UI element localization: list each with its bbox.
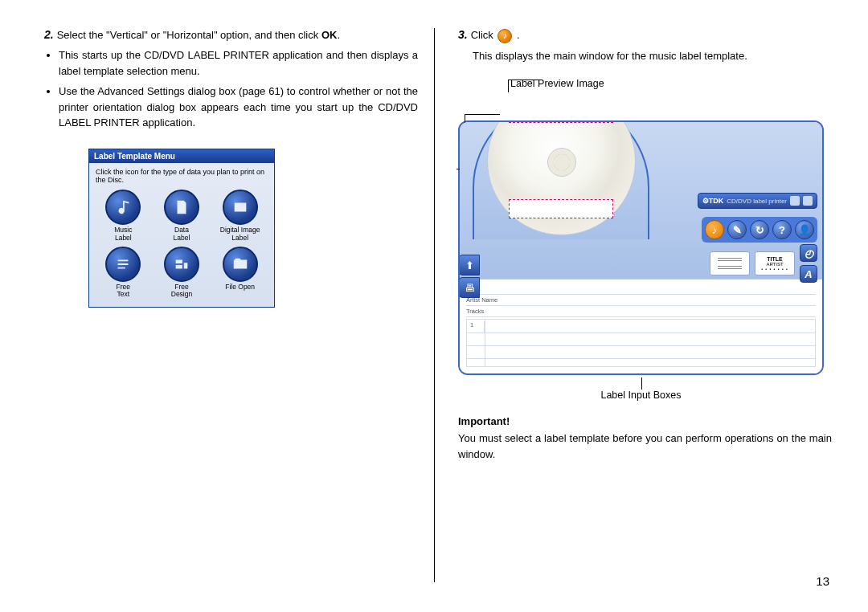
label-input-area: Title Artist Name Tracks 1 <box>460 279 822 373</box>
music-icon <box>105 190 141 225</box>
folder-icon <box>223 247 258 282</box>
refresh-tool-button[interactable]: ↻ <box>750 220 769 239</box>
main-toolbar: ♪ ✎ ↻ ? 👤 <box>702 217 817 243</box>
right-column: 3. Click . This displays the main window… <box>458 28 832 462</box>
dialog-titlebar: Label Template Menu <box>89 149 274 163</box>
app-top-area: ⚙TDK CD/DVD label printer ♪ ✎ ↻ ? 👤 ⬆ 🖶 <box>460 122 822 279</box>
close-button[interactable] <box>803 196 813 206</box>
dialog-icon-grid: MusicLabel DataLabel Digital ImageLabel … <box>96 190 268 298</box>
data-icon <box>164 190 199 225</box>
text-style-button[interactable]: A <box>800 265 817 283</box>
help-tool-button[interactable]: ? <box>772 220 792 239</box>
dialog-instruction: Click the icon for the type of data you … <box>96 168 268 186</box>
callout-preview-image: Label Preview Image <box>510 78 832 89</box>
app-window: ⚙TDK CD/DVD label printer ♪ ✎ ↻ ? 👤 ⬆ 🖶 <box>458 92 824 401</box>
step-text: Click . <box>471 28 832 43</box>
column-divider <box>434 28 435 582</box>
step-3: 3. Click . <box>458 28 832 43</box>
step-text: Select the "Vertical" or "Horizontal" op… <box>57 28 418 43</box>
icon-data-label[interactable]: DataLabel <box>154 190 210 242</box>
bullet-1: This starts up the CD/DVD LABEL PRINTER … <box>59 47 418 79</box>
icon-music-label[interactable]: MusicLabel <box>96 190 151 242</box>
callout-leader <box>508 80 540 92</box>
side-buttons: ⬆ 🖶 <box>459 255 480 298</box>
disc-area <box>473 120 649 239</box>
icon-digital-image-label[interactable]: Digital ImageLabel <box>212 190 268 242</box>
label-template-dialog: Label Template Menu Click the icon for t… <box>88 149 275 308</box>
icon-file-open[interactable]: File Open <box>212 247 268 299</box>
step-2: 2. Select the "Vertical" or "Horizontal"… <box>44 28 418 43</box>
step-3-desc: This displays the main window for the mu… <box>473 48 832 64</box>
layout-preview-2[interactable]: TITLE ARTIST • • • • • • • <box>755 251 795 275</box>
print-button[interactable]: 🖶 <box>459 277 480 298</box>
important-note: Important! You must select a label templ… <box>458 415 832 462</box>
tracks-field-label: Tracks <box>466 306 816 317</box>
icon-free-text[interactable]: FreeText <box>96 247 151 299</box>
music-label-icon <box>497 29 512 43</box>
callout-input-boxes: Label Input Boxes <box>458 390 824 401</box>
layout-preview-1[interactable] <box>710 251 750 275</box>
app-frame: ⚙TDK CD/DVD label printer ♪ ✎ ↻ ? 👤 ⬆ 🖶 <box>458 120 824 375</box>
minimize-button[interactable] <box>790 196 800 206</box>
disc-artist-field[interactable] <box>509 199 613 218</box>
image-icon <box>223 190 258 225</box>
disc-preview <box>487 120 636 235</box>
icon-free-design[interactable]: FreeDesign <box>154 247 210 299</box>
step-number: 2. <box>44 28 54 41</box>
left-column: 2. Select the "Vertical" or "Horizontal"… <box>44 28 418 308</box>
product-name: CD/DVD label printer <box>727 198 787 205</box>
dialog-body: Click the icon for the type of data you … <box>89 163 274 307</box>
export-button[interactable]: ⬆ <box>459 255 480 275</box>
brand-logo: ⚙TDK <box>702 197 724 205</box>
clock-button[interactable]: ◴ <box>800 244 817 262</box>
important-heading: Important! <box>458 415 832 427</box>
design-icon <box>164 247 199 282</box>
track-row-number: 1 <box>470 321 485 333</box>
step-2-bullets: This starts up the CD/DVD LABEL PRINTER … <box>59 47 418 131</box>
edit-tool-button[interactable]: ✎ <box>727 220 747 239</box>
text-icon <box>105 247 141 282</box>
important-body: You must select a label template before … <box>458 430 832 462</box>
disc-title-field[interactable] <box>509 120 613 123</box>
step-number: 3. <box>458 28 468 41</box>
title-field-label[interactable]: Title <box>466 284 816 295</box>
layout-options: TITLE ARTIST • • • • • • • ◴ A <box>710 244 817 283</box>
app-titlebar: ⚙TDK CD/DVD label printer <box>698 193 817 209</box>
tracks-grid[interactable]: 1 <box>466 319 816 367</box>
bullet-2: Use the Advanced Settings dialog box (pa… <box>59 84 418 131</box>
user-tool-button[interactable]: 👤 <box>795 220 814 239</box>
music-tool-button[interactable]: ♪ <box>705 220 724 239</box>
page-number: 13 <box>816 574 829 588</box>
artist-field-label[interactable]: Artist Name <box>466 295 816 306</box>
